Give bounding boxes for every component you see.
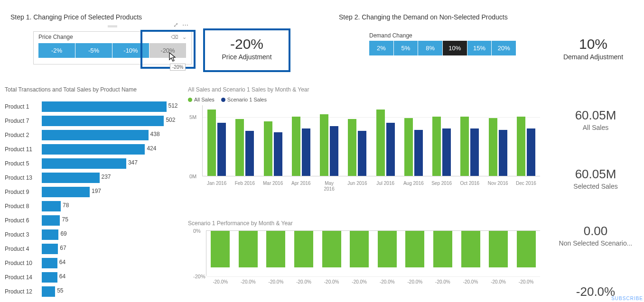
hbar-category: Product 1 — [5, 103, 42, 110]
neg-col-group[interactable] — [457, 231, 485, 267]
all-sales-scenario-chart[interactable]: All Sales and Scenario 1 Sales by Month … — [188, 86, 540, 176]
more-options-icon[interactable]: ⋯ — [182, 21, 188, 28]
neg-col-group[interactable] — [401, 231, 429, 267]
neg-col-group[interactable] — [345, 231, 373, 267]
price-chip--10pct[interactable]: -10% — [112, 43, 149, 58]
x-category: Jan 2016 — [203, 181, 231, 192]
hbar-bar — [42, 201, 61, 211]
hbar-bar — [42, 272, 57, 283]
hbar-row[interactable]: Product 9197 — [5, 185, 176, 199]
hbar-row[interactable]: Product 878 — [5, 199, 176, 213]
demand-change-label: Demand Change — [369, 32, 516, 39]
drag-handle-icon[interactable]: ══ — [108, 22, 117, 30]
neg-col-group[interactable] — [512, 231, 540, 267]
bar-scenario-sales — [358, 131, 366, 176]
hbar-row[interactable]: Product 1255 — [5, 284, 176, 299]
demand-chip-15pct[interactable]: 15% — [467, 41, 492, 55]
x-category: Jul 2016 — [372, 181, 400, 192]
neg-col-group[interactable] — [234, 231, 262, 267]
hbar-row[interactable]: Product 11424 — [5, 142, 176, 156]
col-group[interactable] — [259, 121, 287, 176]
price-chip--20pct[interactable]: -20% — [149, 43, 187, 58]
col-group[interactable] — [484, 118, 512, 176]
col-group[interactable] — [343, 119, 371, 176]
chevron-down-icon[interactable]: ⌄ — [182, 34, 187, 40]
neg-data-label: -20.0% — [457, 279, 485, 284]
hbar-bar — [42, 215, 60, 226]
col-chart-legend: All Sales Scenario 1 Sales — [188, 97, 540, 102]
col-group[interactable] — [456, 117, 484, 176]
hbar-row[interactable]: Product 1064 — [5, 256, 176, 270]
bar-scenario-sales — [386, 123, 395, 176]
scenario-performance-chart[interactable]: Scenario 1 Performance by Month & Year 0… — [188, 220, 540, 276]
eraser-icon[interactable]: ⌫ — [171, 34, 178, 40]
all-sales-value: 60.05M — [551, 108, 641, 123]
demand-change-slicer[interactable]: Demand Change 2%5%8%10%15%20% — [369, 32, 516, 55]
col-group[interactable] — [203, 110, 231, 176]
neg-col-group[interactable] — [429, 231, 457, 267]
hbar-bar — [42, 101, 167, 112]
col-group[interactable] — [287, 117, 315, 176]
bar-scenario-sales — [527, 128, 535, 176]
demand-chip-8pct[interactable]: 8% — [418, 41, 443, 55]
demand-chip-20pct[interactable]: 20% — [492, 41, 516, 55]
neg-col-group[interactable] — [290, 231, 318, 267]
hbar-row[interactable]: Product 369 — [5, 228, 176, 242]
price-chip--2pct[interactable]: -2% — [38, 43, 75, 58]
neg-col-group[interactable] — [373, 231, 401, 267]
focus-mode-icon[interactable]: ⤢ — [173, 21, 178, 28]
bar-scenario-sales — [302, 128, 310, 176]
neg-col-group[interactable] — [206, 231, 234, 267]
bar-all-sales — [404, 118, 413, 176]
hbar-value: 438 — [150, 131, 160, 137]
hbar-bar — [42, 258, 57, 268]
step2-title: Step 2. Changing the Demand on Non-Selec… — [339, 13, 508, 21]
col-group[interactable] — [231, 119, 259, 176]
hbar-value: 69 — [60, 230, 66, 237]
x-category: Mar 2016 — [259, 181, 287, 192]
bar-all-sales — [348, 119, 356, 176]
hbar-bar — [42, 229, 58, 240]
neg-data-label: -20.0% — [345, 279, 373, 284]
bar-performance — [266, 231, 285, 267]
neg-col-group[interactable] — [317, 231, 345, 267]
ytick-0m: 0M — [189, 174, 196, 179]
hbar-row[interactable]: Product 1464 — [5, 270, 176, 284]
price-adjustment-value: -20% — [209, 36, 285, 52]
col-group[interactable] — [512, 117, 540, 176]
price-chip--5pct[interactable]: -5% — [75, 43, 112, 58]
hbar-row[interactable]: Product 13237 — [5, 171, 176, 185]
demand-chip-2pct[interactable]: 2% — [369, 41, 394, 55]
neg-data-label: -20.0% — [401, 279, 429, 284]
price-change-slicer[interactable]: ══ ⤢ ⋯ Price Change ⌫ ⌄ -2%-5%-10%-20% — [33, 31, 192, 64]
neg-data-label: -20.0% — [262, 279, 290, 284]
neg-col-group[interactable] — [485, 231, 513, 267]
col-group[interactable] — [372, 110, 400, 176]
hbar-row[interactable]: Product 1512 — [5, 100, 176, 114]
neg-col-group[interactable] — [262, 231, 290, 267]
hbar-row[interactable]: Product 2438 — [5, 128, 176, 142]
selected-sales-label: Selected Sales — [551, 183, 641, 190]
transactions-by-product-chart[interactable]: Total Transactions and Total Sales by Pr… — [5, 86, 176, 299]
hbar-bar — [42, 244, 58, 254]
bar-performance — [405, 231, 424, 267]
col-group[interactable] — [400, 118, 428, 176]
bar-performance — [211, 231, 230, 267]
hbar-category: Product 12 — [5, 288, 42, 295]
col-group[interactable] — [315, 114, 343, 176]
hbar-row[interactable]: Product 467 — [5, 242, 176, 256]
hbar-row[interactable]: Product 675 — [5, 213, 176, 228]
hbar-category: Product 8 — [5, 203, 42, 210]
demand-adjustment-label: Demand Adjustment — [546, 53, 641, 61]
hbar-row[interactable]: Product 7502 — [5, 114, 176, 128]
bar-all-sales — [432, 117, 441, 176]
demand-chip-10pct[interactable]: 10% — [443, 41, 467, 55]
hbar-value: 67 — [60, 245, 66, 251]
hbar-value: 64 — [59, 259, 65, 265]
bar-scenario-sales — [330, 126, 338, 176]
ytick-5m: 5M — [189, 114, 196, 120]
demand-chip-5pct[interactable]: 5% — [394, 41, 419, 55]
neg-data-label: -20.0% — [512, 279, 540, 284]
col-group[interactable] — [428, 117, 456, 176]
hbar-row[interactable]: Product 5347 — [5, 156, 176, 171]
